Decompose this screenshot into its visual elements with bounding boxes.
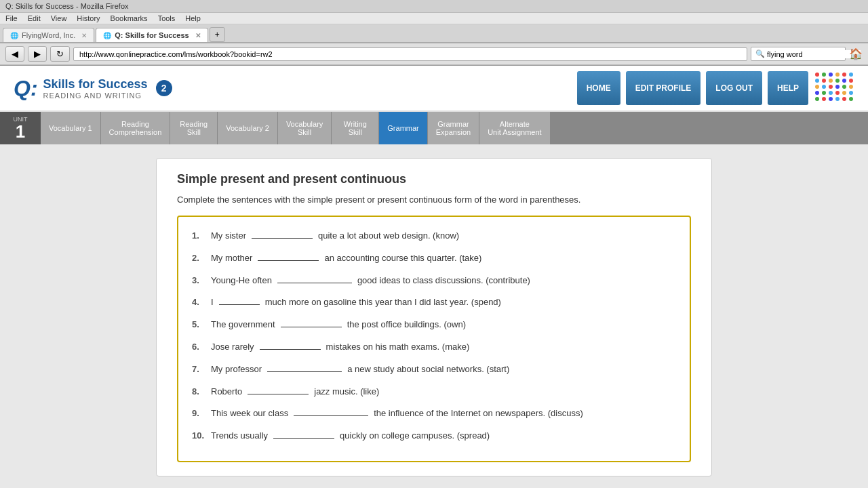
tab-flyingword-close[interactable]: ✕: [81, 32, 87, 39]
item-2-blank[interactable]: [258, 250, 319, 261]
tab-vocabulary-skill[interactable]: VocabularySkill: [278, 112, 332, 144]
tab-reading-skill[interactable]: ReadingSkill: [170, 112, 218, 144]
unit-nav: UNIT 1 Vocabulary 1 ReadingComprehension…: [0, 112, 868, 144]
svg-point-8: [829, 79, 833, 83]
item-num-4: 4.: [192, 296, 208, 310]
svg-point-10: [842, 79, 846, 83]
item-1-blank[interactable]: [252, 228, 313, 239]
svg-point-20: [829, 91, 833, 95]
item-num-3: 3.: [192, 274, 208, 288]
item-5-text1: The government: [211, 318, 275, 332]
item-8-blank[interactable]: [248, 384, 309, 394]
menu-bookmarks[interactable]: Bookmarks: [111, 14, 148, 22]
app-header: Q: Skills for Success READING AND WRITIN…: [0, 66, 868, 112]
item-10-blank[interactable]: [273, 428, 334, 439]
tab-grammar[interactable]: Grammar: [379, 112, 427, 144]
menu-help[interactable]: Help: [185, 14, 201, 22]
search-engine-icon: 🔍: [755, 49, 765, 58]
svg-point-11: [849, 79, 853, 83]
exercise-item-7: 7. My professor a new study about social…: [192, 361, 676, 377]
exercise-item-1: 1. My sister quite a lot about web desig…: [192, 228, 676, 243]
item-10-text1: Trends usually: [211, 429, 268, 443]
content-box: Simple present and present continuous Co…: [156, 158, 712, 476]
tab-vocabulary1[interactable]: Vocabulary 1: [41, 112, 101, 144]
logo-title: Skills for Success: [43, 77, 148, 92]
menu-tools[interactable]: Tools: [158, 14, 176, 22]
item-5-blank[interactable]: [281, 317, 342, 327]
exercise-item-8: 8. Roberto jazz music. (like): [192, 384, 676, 399]
app-content: Q: Skills for Success READING AND WRITIN…: [0, 66, 868, 488]
item-1-text1: My sister: [211, 229, 246, 243]
svg-point-6: [815, 79, 819, 83]
tab-flyingword-favicon: 🌐: [10, 32, 18, 39]
item-4-text1: I: [211, 296, 214, 310]
main-content: Simple present and present continuous Co…: [0, 144, 868, 488]
forward-button[interactable]: ▶: [28, 46, 47, 62]
tab-skills[interactable]: 🌐 Q: Skills for Success ✕: [96, 28, 208, 42]
edit-profile-button[interactable]: EDIT PROFILE: [626, 71, 701, 105]
item-9-blank[interactable]: [294, 405, 368, 416]
tab-skills-close[interactable]: ✕: [195, 32, 201, 39]
tab-flyingword[interactable]: 🌐 FlyingWord, Inc. ✕: [3, 28, 94, 42]
item-num-1: 1.: [192, 229, 208, 243]
logo-text-section: Skills for Success READING AND WRITING: [43, 77, 148, 100]
item-4-blank[interactable]: [219, 294, 260, 305]
svg-point-3: [835, 73, 840, 77]
svg-point-5: [849, 73, 853, 77]
item-8-text1: Roberto: [211, 385, 242, 399]
help-button[interactable]: HELP: [768, 71, 808, 105]
menu-edit[interactable]: Edit: [28, 14, 41, 22]
menu-file[interactable]: File: [5, 14, 18, 22]
window-title: Q: Skills for Success - Mozilla Firefox: [5, 2, 129, 10]
exercise-item-4: 4. I much more on gasoline this year tha…: [192, 294, 676, 310]
unit-badge: UNIT 1: [0, 112, 41, 144]
logout-button[interactable]: LOG OUT: [706, 71, 762, 105]
svg-point-21: [835, 91, 840, 95]
item-num-2: 2.: [192, 251, 208, 266]
home-nav-button[interactable]: HOME: [577, 71, 620, 105]
item-7-blank[interactable]: [267, 361, 342, 372]
item-7-text2: a new study about social networks. (star…: [347, 363, 509, 377]
item-8-text2: jazz music. (like): [314, 385, 379, 399]
svg-point-23: [849, 91, 853, 95]
menu-view[interactable]: View: [51, 14, 67, 22]
title-bar: Q: Skills for Success - Mozilla Firefox: [0, 0, 868, 13]
new-tab-button[interactable]: +: [210, 27, 225, 42]
svg-point-1: [822, 73, 826, 77]
instruction: Complete the sentences with the simple p…: [177, 195, 691, 205]
tab-alternate-unit[interactable]: AlternateUnit Assignment: [479, 112, 550, 144]
home-button[interactable]: 🏠: [849, 47, 863, 60]
logo-section: Q: Skills for Success READING AND WRITIN…: [14, 76, 172, 101]
tab-reading-comprehension[interactable]: ReadingComprehension: [101, 112, 171, 144]
item-2-text2: an accounting course this quarter. (take…: [324, 251, 481, 266]
search-input[interactable]: [767, 50, 861, 58]
back-button[interactable]: ◀: [5, 46, 24, 62]
item-9-text1: This week our class: [211, 407, 288, 421]
item-3-blank[interactable]: [277, 272, 352, 283]
exercise-item-2: 2. My mother an accounting course this q…: [192, 250, 676, 266]
exercise-container: 1. My sister quite a lot about web desig…: [177, 216, 691, 462]
svg-point-28: [842, 97, 846, 101]
logo-q: Q:: [14, 76, 38, 101]
svg-point-16: [842, 85, 846, 89]
tab-writing-skill[interactable]: WritingSkill: [332, 112, 379, 144]
svg-point-15: [835, 85, 840, 89]
tab-grammar-expansion[interactable]: GrammarExpansion: [428, 112, 479, 144]
item-6-text2: mistakes on his math exams. (make): [326, 340, 470, 354]
tab-vocabulary2[interactable]: Vocabulary 2: [218, 112, 278, 144]
refresh-button[interactable]: ↻: [50, 46, 70, 62]
header-buttons: HOME EDIT PROFILE LOG OUT HELP: [577, 71, 854, 105]
menu-history[interactable]: History: [77, 14, 100, 22]
item-num-6: 6.: [192, 340, 208, 354]
address-bar[interactable]: [73, 47, 747, 61]
item-1-text2: quite a lot about web design. (know): [318, 229, 459, 243]
tab-skills-favicon: 🌐: [103, 32, 111, 39]
svg-point-2: [829, 73, 833, 77]
menu-bar: File Edit View History Bookmarks Tools H…: [0, 13, 868, 24]
svg-point-19: [822, 91, 826, 95]
item-6-blank[interactable]: [260, 339, 321, 350]
item-5-text2: the post office buildings. (own): [347, 318, 466, 332]
item-3-text1: Young-He often: [211, 274, 272, 288]
svg-point-9: [835, 79, 840, 83]
svg-point-25: [822, 97, 826, 101]
